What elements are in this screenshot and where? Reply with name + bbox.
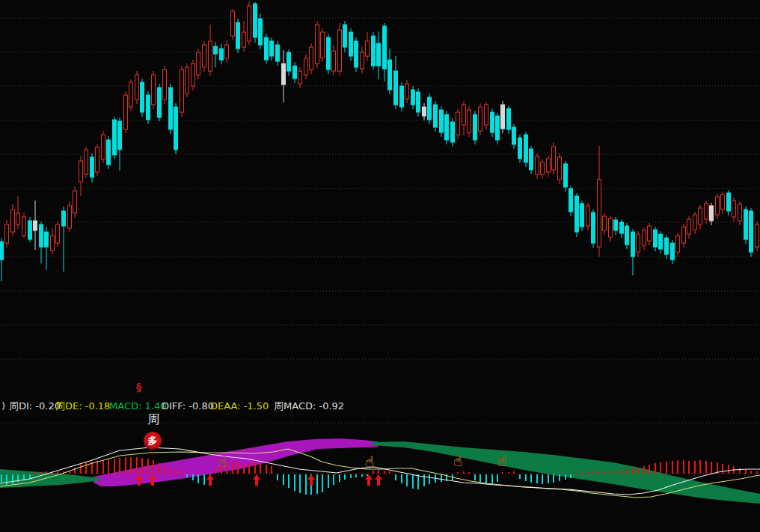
candle-body bbox=[129, 82, 133, 107]
candle-body bbox=[158, 88, 162, 117]
candle-body bbox=[5, 224, 9, 243]
candle-body bbox=[383, 26, 387, 69]
hand-point-icon: ☝ bbox=[453, 452, 462, 470]
macd-hist-bar-up bbox=[96, 461, 98, 474]
macd-hist-bar-down bbox=[328, 474, 329, 488]
candle-body bbox=[236, 22, 240, 49]
candle-body bbox=[56, 224, 60, 243]
macd-hist-bar-down bbox=[294, 474, 295, 491]
macd-hist-bar-up bbox=[672, 461, 673, 474]
macd-hist-bar-down bbox=[197, 474, 199, 483]
candle-body bbox=[242, 32, 246, 47]
macd-hist-bar-up bbox=[232, 461, 233, 474]
candle-body bbox=[411, 90, 415, 105]
candle-body bbox=[428, 97, 432, 120]
macd-hist-bar-down bbox=[288, 474, 289, 488]
macd-hist-bar-up bbox=[660, 462, 661, 474]
candle-body bbox=[491, 112, 494, 132]
candle-body bbox=[445, 114, 449, 140]
candle-body bbox=[16, 213, 20, 224]
macd-hist-bar-down bbox=[355, 474, 357, 477]
candles-layer bbox=[0, 1, 759, 281]
candle-body bbox=[586, 206, 590, 226]
candle-body bbox=[327, 37, 331, 70]
grid-layer bbox=[0, 18, 760, 423]
macd-hist-bar-down bbox=[395, 474, 396, 480]
chart-canvas[interactable]: ☝☝☝☝ bbox=[0, 0, 760, 532]
macd-hist-bar-down bbox=[29, 474, 31, 479]
candle-body bbox=[558, 157, 562, 180]
macd-hist-bar-up bbox=[626, 469, 628, 474]
macd-hist-bar-up bbox=[728, 465, 729, 474]
macd-hist-bar-up bbox=[688, 461, 690, 474]
candle-body bbox=[693, 215, 697, 230]
candle-body bbox=[710, 206, 714, 221]
macd-hist-bar-down bbox=[305, 474, 307, 495]
candle-body bbox=[727, 193, 731, 211]
macd-hist-bar-up bbox=[175, 470, 177, 474]
candle-body bbox=[124, 95, 128, 129]
macd-hist-bar-up bbox=[243, 464, 245, 474]
macd-hist-bar-up bbox=[85, 462, 87, 474]
candle-body bbox=[214, 46, 218, 54]
candle-body bbox=[524, 135, 528, 162]
macd-hist-bar-up bbox=[705, 461, 707, 474]
candle-body bbox=[417, 92, 420, 112]
macd-hist-bar-up bbox=[159, 463, 160, 474]
macd-hist-bar-up bbox=[125, 457, 126, 474]
macd-hist-bar-down bbox=[553, 474, 554, 483]
candle-body bbox=[569, 189, 573, 212]
macd-hist-bar-down bbox=[192, 474, 194, 480]
candle-body bbox=[298, 71, 302, 84]
macd-hist-bar-up bbox=[711, 462, 712, 474]
macd-hist-bar-up bbox=[260, 463, 261, 474]
macd-hist-bar-up bbox=[750, 471, 752, 474]
macd-hist-bar-down bbox=[283, 474, 284, 485]
macd-hist-bar-up bbox=[632, 468, 634, 474]
candle-body bbox=[79, 161, 83, 182]
stock-chart-window: ☝☝☝☝ )周DI: -0.20周DE: -0.18MACD: 1.40DIFF… bbox=[0, 0, 760, 532]
macd-hist-bar-down bbox=[485, 474, 487, 484]
candle-body bbox=[536, 156, 539, 174]
candle-body bbox=[682, 227, 686, 243]
candle-body bbox=[152, 75, 156, 105]
candle-body bbox=[518, 138, 522, 159]
candle-body bbox=[0, 242, 4, 260]
candle-body bbox=[220, 49, 224, 60]
macd-hist-bar-up bbox=[378, 470, 379, 474]
macd-hist-bar-up bbox=[722, 464, 723, 474]
week-period-label: 周 bbox=[147, 412, 159, 428]
macd-hist-bar-up bbox=[643, 466, 645, 474]
candle-body bbox=[248, 6, 251, 41]
indicator-param-value: ) bbox=[1, 400, 5, 412]
candle-body bbox=[405, 84, 409, 99]
macd-hist-bar-up bbox=[384, 471, 385, 474]
candle-body bbox=[265, 37, 269, 60]
candle-body bbox=[744, 210, 748, 239]
macd-hist-bar-up bbox=[147, 459, 149, 474]
candle-body bbox=[485, 105, 488, 125]
macd-hist-bar-down bbox=[548, 474, 549, 483]
macd-hist-bar-up bbox=[237, 462, 239, 474]
candle-body bbox=[45, 232, 49, 247]
candle-body bbox=[254, 4, 257, 37]
candle-body bbox=[203, 45, 206, 67]
candle-body bbox=[270, 41, 274, 56]
signal-s-marker: § bbox=[136, 381, 141, 393]
candle-body bbox=[721, 195, 725, 210]
candle-body bbox=[107, 140, 111, 165]
macd-hist-bar-down bbox=[12, 474, 13, 484]
candle-body bbox=[169, 88, 173, 129]
macd-hist-bar-up bbox=[130, 457, 132, 474]
candle-body bbox=[620, 222, 624, 233]
macd-hist-bar-down bbox=[367, 474, 368, 476]
macd-hist-bar-down bbox=[565, 474, 566, 480]
macd-hist-bar-up bbox=[637, 468, 639, 474]
candle-body bbox=[259, 19, 263, 45]
candle-body bbox=[676, 236, 680, 252]
buy-arrow-icon bbox=[375, 474, 382, 486]
candle-body bbox=[28, 221, 32, 239]
buy-arrow-icon bbox=[365, 474, 373, 486]
macd-hist-bar-up bbox=[215, 468, 216, 474]
candle-body bbox=[361, 52, 364, 69]
